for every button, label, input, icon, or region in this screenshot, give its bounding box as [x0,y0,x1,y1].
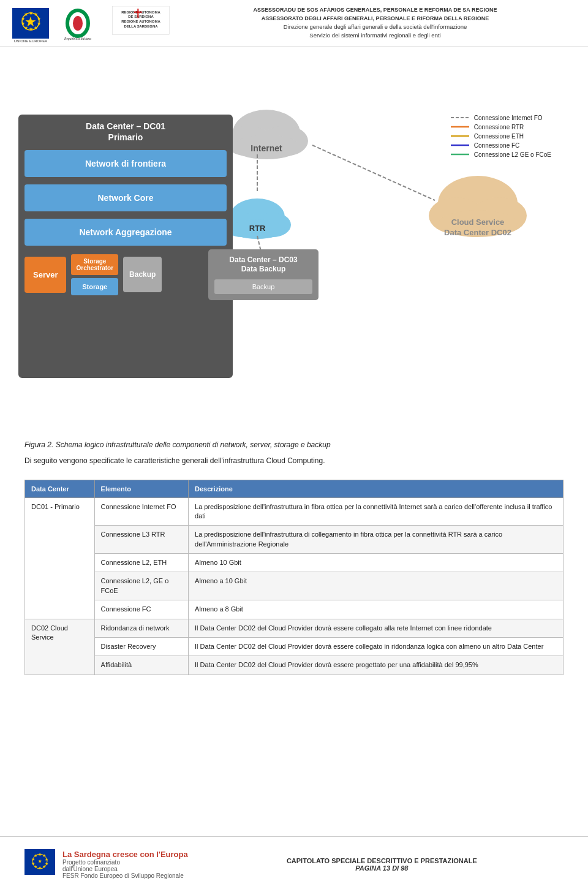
dc01-cell: DC01 - Primario [25,497,95,619]
storage-orch-label: StorageOrchestrator [76,258,113,271]
descrizione-cell: Almeno 10 Gbit [189,554,564,572]
network-aggregazione-box: Network Aggregazione [24,219,227,246]
it-republic-logo: Repubblica Italiana [61,6,95,40]
header-line4: Servizio dei sistemi informativi regiona… [175,31,576,40]
dc01-bottom-row: Server StorageOrchestrator Storage Backu… [24,254,227,295]
header-line1: ASSESSORADU DE SOS AFÀRIOS GENERALES, PE… [175,6,576,15]
caption-area: Figura 2. Schema logico infrastrutturale… [0,433,588,480]
network-core-box: Network Core [24,184,227,211]
legend-label-eth: Connessione ETH [474,133,524,140]
diagram-area: Internet RTR Cloud Service Data Center D… [0,53,588,433]
table-row: Affidabilità Il Data Center DC02 del Clo… [25,656,564,675]
legend-item-eth: Connessione ETH [451,133,551,140]
dc03-backup-box: Backup [214,279,312,294]
table-header-elemento: Elemento [94,480,188,497]
backup-small-label: Backup [129,270,156,279]
svg-point-36 [429,197,484,234]
svg-text:DE SARDIGNA: DE SARDIGNA [128,15,154,19]
network-frontiera-label: Network di frontiera [85,159,166,168]
elemento-cell: Connessione FC [94,600,188,619]
svg-text:★: ★ [21,21,25,26]
svg-text:★: ★ [38,852,42,856]
network-frontiera-box: Network di frontiera [24,150,227,177]
svg-text:★: ★ [31,857,35,861]
svg-text:UNIONE EUROPEA: UNIONE EUROPEA [14,39,47,43]
svg-point-30 [230,198,285,235]
sardegna-title: La Sardegna cresce con l'Europa [62,850,188,859]
legend: Connessione Internet FO Connessione RTR … [451,115,551,161]
descrizione-cell: Il Data Center DC02 del Cloud Provider d… [189,656,564,675]
elemento-cell: Disaster Recovery [94,638,188,656]
legend-label-l2: Connessione L2 GE o FCoE [474,151,551,158]
table-header-datacenter: Data Center [25,480,95,497]
svg-point-38 [438,210,518,237]
legend-label-fo: Connessione Internet FO [474,115,543,121]
dc03-title: Data Center – DC03Data Backup [214,255,312,274]
svg-text:DELLA SARDEGNA: DELLA SARDEGNA [124,25,159,28]
storage-orchestrator-box: StorageOrchestrator [71,254,118,275]
table-header-descrizione: Descrizione [189,480,564,497]
legend-item-l2: Connessione L2 GE o FCoE [451,151,551,158]
table-row: Connessione L2, GE o FCoE Almeno a 10 Gb… [25,572,564,600]
elemento-cell: Affidabilità [94,656,188,675]
svg-point-16 [73,16,83,31]
storage-group: StorageOrchestrator Storage [71,254,118,295]
svg-rect-23 [137,9,139,18]
svg-point-27 [262,126,308,156]
descrizione-cell: La predisposizione dell'infrastruttura d… [189,526,564,554]
figure-text: Schema logico infrastrutturale delle com… [56,440,331,449]
table-row: Connessione FC Almeno a 8 Gbit [25,600,564,619]
storage-box: Storage [71,278,118,295]
network-core-label: Network Core [97,193,153,203]
footer-sardegna-text: La Sardegna cresce con l'Europa Progetto… [62,850,188,879]
caption-title: Figura 2. Schema logico infrastrutturale… [24,439,564,450]
svg-point-37 [472,197,527,234]
dc01-box: Data Center – DC01Primario Network di fr… [18,115,233,378]
svg-text:Data Center DC02: Data Center DC02 [444,228,511,237]
footer-page: Pagina 13 di 98 [200,864,564,872]
legend-item-fo: Connessione Internet FO [451,115,551,121]
legend-label-fc: Connessione FC [474,142,519,149]
logos-group: ★ ★ ★ ★ ★ ★ ★ ★ ★ ★ ★ UNIONE EUROPEA [12,6,175,40]
dc03-box: Data Center – DC03Data Backup Backup [208,249,318,300]
footer-eu-logo: ★ ★ ★ ★ ★ ★ ★ ★ ★ ★ ★ ★ [24,849,55,880]
svg-text:Internet: Internet [251,143,282,153]
svg-text:REGIONE AUTONOMA: REGIONE AUTONOMA [121,20,160,23]
table-row: Connessione L3 RTR La predisposizione de… [25,526,564,554]
dc02-cell: DC02 Cloud Service [25,619,95,675]
svg-text:★: ★ [34,25,38,31]
descrizione-cell: Il Data Center DC02 del Cloud Provider d… [189,619,564,637]
legend-item-rtr: Connessione RTR [451,124,551,130]
sardegna-sub2: dall'Unione Europea [62,866,188,872]
svg-text:★: ★ [42,864,46,869]
svg-line-43 [312,145,435,200]
svg-point-33 [230,219,285,239]
descrizione-cell: Almeno a 10 Gbit [189,572,564,600]
svg-text:Repubblica Italiana: Repubblica Italiana [64,37,91,40]
header-line3: Direzione generale degli affari generali… [175,23,576,31]
table-row: Connessione L2, ETH Almeno 10 Gbit [25,554,564,572]
elemento-cell: Connessione L2, ETH [94,554,188,572]
legend-item-fc: Connessione FC [451,142,551,149]
svg-text:★: ★ [24,12,28,17]
header-text-block: ASSESSORADU DE SOS AFÀRIOS GENERALES, PE… [175,6,576,40]
descrizione-cell: Il Data Center DC02 del Cloud Provider d… [189,638,564,656]
svg-text:Cloud Service: Cloud Service [451,217,505,227]
svg-text:★: ★ [34,853,37,858]
data-table: Data Center Elemento Descrizione DC01 - … [24,480,564,675]
dc03-backup-label: Backup [252,283,275,290]
eu-logo: ★ ★ ★ ★ ★ ★ ★ ★ ★ ★ ★ UNIONE EUROPEA [12,8,49,39]
server-label: Server [33,270,58,279]
svg-text:★: ★ [38,866,42,870]
backup-small-box: Backup [123,257,162,292]
dc01-title: Data Center – DC01Primario [24,121,227,143]
elemento-cell: Connessione Internet FO [94,497,188,526]
elemento-cell: Connessione L3 RTR [94,526,188,554]
elemento-cell: Ridondanza di network [94,619,188,637]
table-row: Disaster Recovery Il Data Center DC02 de… [25,638,564,656]
svg-text:★: ★ [29,26,33,32]
svg-text:★: ★ [29,10,33,16]
svg-text:RTR: RTR [249,224,266,233]
server-box: Server [24,257,66,293]
descrizione-cell: Almeno a 8 Gbit [189,600,564,619]
